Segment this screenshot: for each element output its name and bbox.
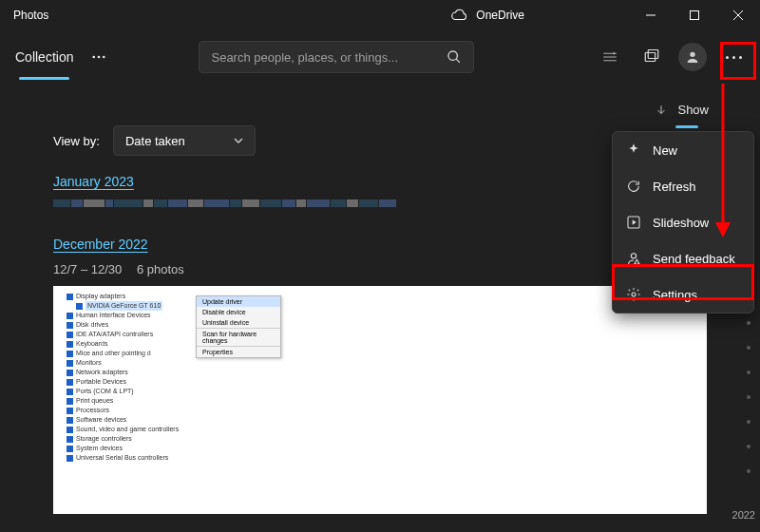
gear-icon bbox=[626, 287, 641, 302]
show-button[interactable]: Show bbox=[655, 103, 709, 117]
search-input[interactable]: Search people, places, or things... bbox=[199, 41, 474, 73]
photo-thumbnail[interactable]: Display adapters NVIDIA GeForce GT 610 H… bbox=[53, 286, 707, 514]
titlebar: Photos OneDrive bbox=[0, 0, 760, 30]
month-link-jan-2023[interactable]: January 2023 bbox=[53, 174, 134, 189]
svg-rect-1 bbox=[691, 11, 699, 20]
menu-refresh-label: Refresh bbox=[653, 180, 696, 194]
tab-collection[interactable]: Collection bbox=[11, 44, 77, 70]
svg-rect-14 bbox=[76, 303, 83, 310]
month-thumbstrip-jan[interactable] bbox=[53, 200, 707, 209]
app-title: Photos bbox=[13, 9, 48, 22]
svg-rect-30 bbox=[66, 455, 73, 462]
svg-point-4 bbox=[93, 56, 96, 59]
main-toolbar: Collection Search people, places, or thi… bbox=[0, 30, 760, 84]
play-icon bbox=[626, 215, 641, 230]
sparkle-icon bbox=[626, 142, 641, 158]
filter-button[interactable] bbox=[593, 40, 627, 74]
person-icon bbox=[685, 49, 700, 65]
svg-rect-13 bbox=[66, 294, 73, 300]
svg-point-12 bbox=[690, 52, 694, 57]
viewby-value: Date taken bbox=[125, 134, 185, 148]
menu-feedback-label: Send feedback bbox=[653, 252, 735, 266]
svg-rect-26 bbox=[66, 417, 73, 424]
feedback-icon bbox=[626, 251, 641, 266]
more-menu: New Refresh Slideshow Send feedback Sett… bbox=[612, 131, 754, 314]
menu-item-feedback[interactable]: Send feedback bbox=[613, 240, 753, 276]
minimize-button[interactable] bbox=[629, 0, 673, 30]
svg-rect-24 bbox=[66, 398, 73, 405]
svg-rect-21 bbox=[66, 370, 73, 376]
timeline-scrubber[interactable] bbox=[747, 321, 750, 473]
arrow-down-icon bbox=[655, 104, 668, 117]
svg-rect-25 bbox=[66, 408, 73, 414]
onedrive-label: OneDrive bbox=[476, 9, 524, 22]
viewby-label: View by: bbox=[53, 134, 100, 148]
svg-rect-19 bbox=[66, 351, 73, 357]
menu-item-slideshow[interactable]: Slideshow bbox=[613, 204, 753, 240]
viewby-dropdown[interactable]: Date taken bbox=[113, 125, 256, 156]
svg-point-34 bbox=[631, 254, 636, 258]
account-avatar[interactable] bbox=[678, 43, 707, 71]
svg-rect-28 bbox=[66, 436, 73, 443]
cloud-icon bbox=[451, 7, 468, 24]
svg-rect-15 bbox=[66, 313, 73, 319]
svg-point-6 bbox=[103, 56, 105, 59]
menu-item-refresh[interactable]: Refresh bbox=[613, 168, 753, 204]
chevron-down-icon bbox=[234, 136, 243, 145]
svg-rect-16 bbox=[66, 322, 73, 329]
svg-marker-33 bbox=[633, 219, 636, 224]
menu-item-settings[interactable]: Settings bbox=[613, 276, 753, 313]
close-button[interactable] bbox=[716, 0, 760, 30]
menu-slideshow-label: Slideshow bbox=[653, 216, 709, 230]
date-range: 12/7 – 12/30 6 photos bbox=[53, 262, 707, 276]
svg-rect-29 bbox=[66, 446, 73, 452]
search-placeholder: Search people, places, or things... bbox=[211, 50, 398, 65]
svg-rect-20 bbox=[66, 360, 73, 367]
date-range-text: 12/7 – 12/30 bbox=[53, 262, 122, 276]
svg-rect-27 bbox=[66, 427, 73, 433]
svg-rect-11 bbox=[648, 50, 658, 59]
svg-rect-22 bbox=[66, 379, 73, 386]
svg-rect-17 bbox=[66, 332, 73, 338]
photo-count: 6 photos bbox=[137, 262, 184, 276]
search-icon bbox=[446, 49, 462, 65]
svg-point-5 bbox=[98, 56, 101, 59]
svg-point-35 bbox=[632, 293, 636, 296]
svg-rect-23 bbox=[66, 389, 73, 395]
menu-item-new[interactable]: New bbox=[613, 132, 753, 168]
refresh-icon bbox=[626, 179, 641, 194]
see-more-button[interactable] bbox=[716, 40, 750, 74]
menu-settings-label: Settings bbox=[653, 288, 697, 302]
maximize-button[interactable] bbox=[673, 0, 716, 30]
show-label: Show bbox=[677, 103, 709, 117]
overflow-tabs-button[interactable] bbox=[83, 41, 115, 73]
svg-rect-18 bbox=[66, 341, 73, 348]
timeline-year-label: 2022 bbox=[732, 509, 755, 521]
month-link-dec-2022[interactable]: December 2022 bbox=[53, 237, 148, 252]
menu-new-label: New bbox=[653, 143, 677, 158]
onedrive-indicator[interactable]: OneDrive bbox=[451, 7, 524, 24]
svg-rect-10 bbox=[645, 53, 656, 62]
tab-collection-label: Collection bbox=[15, 49, 73, 65]
import-button[interactable] bbox=[635, 40, 669, 74]
